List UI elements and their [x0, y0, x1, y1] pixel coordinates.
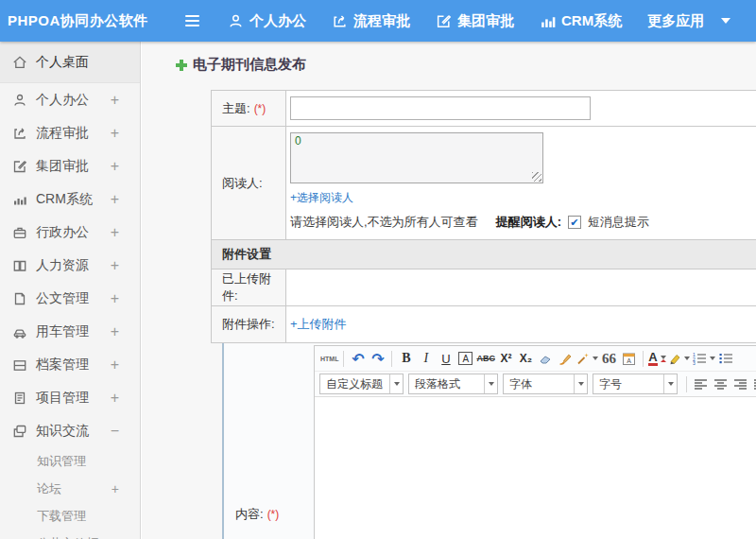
subject-label: 主题: — [222, 100, 250, 117]
collapse-minus-icon[interactable]: − — [111, 423, 119, 440]
toolbar-separator — [643, 351, 644, 367]
format-brush-button[interactable] — [557, 349, 575, 369]
expand-plus-icon[interactable]: + — [111, 92, 119, 109]
expand-plus-icon[interactable]: + — [111, 290, 119, 307]
sidebar-item-label: 项目管理 — [36, 390, 89, 407]
nav-personal-office[interactable]: 个人办公 — [228, 12, 306, 30]
expand-plus-icon[interactable]: + — [111, 257, 119, 274]
nav-more-apps[interactable]: 更多应用 — [647, 12, 730, 30]
sidebar-item-archives[interactable]: 档案管理 + — [0, 348, 140, 381]
main-content: 电子期刊信息发布 主题: (*) 阅读人: 0 +选择阅读人 — [142, 42, 756, 539]
sidebar-subitem-forum[interactable]: 论坛 + — [0, 475, 140, 502]
nav-label: 流程审批 — [353, 12, 410, 30]
sidebar-item-vehicles[interactable]: 用车管理 + — [0, 315, 140, 348]
font-style-button[interactable]: A — [456, 349, 474, 369]
sms-label: 短消息提示 — [588, 214, 649, 231]
underline-button[interactable]: U — [437, 349, 455, 369]
html-source-button[interactable]: HTML — [320, 349, 338, 369]
page-title: 电子期刊信息发布 — [193, 56, 306, 74]
expand-plus-icon[interactable]: + — [111, 125, 119, 142]
superscript-button[interactable]: X² — [497, 349, 515, 369]
eraser-button[interactable] — [537, 349, 555, 369]
sidebar-item-desktop[interactable]: 个人桌面 — [0, 42, 140, 83]
autoformat-wand-button[interactable] — [576, 349, 598, 369]
editor-content-area[interactable] — [315, 397, 756, 539]
ordered-list-icon: 123 — [692, 352, 707, 365]
caret-down-icon[interactable] — [721, 18, 730, 24]
expand-plus-icon[interactable]: + — [112, 481, 119, 496]
readers-value-cell: 0 +选择阅读人 请选择阅读人,不选为所有人可查看 提醒阅读人: ✔ 短消息提示 — [286, 127, 756, 239]
sidebar-item-crm[interactable]: CRM系统 + — [0, 183, 140, 216]
nav-group-approval[interactable]: 集团审批 — [436, 12, 514, 30]
sidebar-item-label: 个人桌面 — [36, 54, 89, 71]
sidebar-subitem-label: 公共文件柜 — [37, 535, 98, 539]
sidebar-item-knowledge[interactable]: 知识交流 − — [0, 414, 140, 447]
unordered-list-button[interactable] — [717, 349, 735, 369]
nav-crm-system[interactable]: CRM系统 — [540, 12, 622, 30]
resize-grip-icon[interactable] — [532, 172, 541, 182]
upload-attachment-link[interactable]: +上传附件 — [290, 316, 347, 333]
paragraph-format-select[interactable]: 段落格式 — [408, 374, 498, 394]
sidebar-subitem-knowledge-mgmt[interactable]: 知识管理 — [0, 447, 140, 475]
undo-button[interactable]: ↶ — [349, 349, 367, 369]
align-left-icon — [694, 378, 708, 391]
book-icon — [12, 258, 27, 273]
expand-plus-icon[interactable]: + — [111, 224, 119, 241]
required-mark: (*) — [254, 102, 266, 115]
subject-label-cell: 主题: (*) — [212, 91, 286, 126]
bold-button[interactable]: B — [397, 349, 415, 369]
sidebar-item-label: 人力资源 — [36, 257, 89, 274]
sidebar-item-personal-office[interactable]: 个人办公 + — [0, 83, 140, 116]
align-left-button[interactable] — [692, 374, 710, 394]
sidebar-item-admin-office[interactable]: 行政办公 + — [0, 216, 140, 249]
sidebar-item-group-approval[interactable]: 集团审批 + — [0, 149, 140, 183]
page-title-row: 电子期刊信息发布 — [175, 56, 756, 74]
highlight-color-button[interactable] — [668, 349, 690, 369]
caret-down-icon — [663, 374, 677, 393]
sms-checkbox[interactable]: ✔ — [568, 216, 581, 229]
svg-text:A: A — [627, 357, 631, 364]
sidebar-item-hr[interactable]: 人力资源 + — [0, 249, 140, 282]
expand-plus-icon[interactable]: + — [111, 158, 119, 175]
sidebar-item-label: 行政办公 — [36, 224, 89, 241]
expand-plus-icon[interactable]: + — [111, 191, 119, 208]
italic-button[interactable]: I — [417, 349, 435, 369]
hamburger-menu-icon[interactable] — [185, 15, 199, 26]
align-right-button[interactable] — [731, 374, 749, 394]
select-readers-link[interactable]: +选择阅读人 — [290, 190, 353, 206]
caret-down-icon — [593, 356, 598, 360]
insert-table-button[interactable]: A — [620, 349, 638, 369]
select-label: 字体 — [504, 376, 574, 392]
sidebar-item-process-approval[interactable]: 流程审批 + — [0, 116, 140, 149]
toolbar-separator — [391, 351, 392, 367]
sidebar-item-documents[interactable]: 公文管理 + — [0, 282, 140, 315]
subscript-button[interactable]: X₂ — [517, 349, 535, 369]
expand-plus-icon[interactable]: + — [111, 390, 119, 407]
font-size-select[interactable]: 字号 — [593, 374, 678, 394]
expand-plus-icon[interactable]: + — [111, 356, 119, 374]
readers-hint: 请选择阅读人,不选为所有人可查看 — [290, 214, 478, 231]
sidebar: 个人桌面 个人办公 + 流程审批 + 集团审批 + CRM系统 + 行政办公 + — [0, 42, 141, 539]
sidebar-item-label: 集团审批 — [36, 158, 89, 175]
process-icon — [12, 126, 27, 141]
subject-input[interactable] — [290, 96, 591, 120]
nav-process-approval[interactable]: 流程审批 — [332, 12, 410, 30]
ordered-list-button[interactable]: 123 — [692, 349, 715, 369]
sidebar-item-projects[interactable]: 项目管理 + — [0, 381, 140, 414]
custom-heading-select[interactable]: 自定义标题 — [319, 374, 404, 394]
blockquote-button[interactable]: 66 — [600, 349, 618, 369]
readers-textarea[interactable]: 0 — [290, 132, 543, 183]
expand-plus-icon[interactable]: + — [111, 323, 119, 340]
redo-button[interactable]: ↷ — [369, 349, 387, 369]
bullet-list-icon — [718, 352, 733, 365]
align-center-button[interactable] — [712, 374, 730, 394]
nav-label: 更多应用 — [647, 12, 704, 30]
select-label: 自定义标题 — [320, 376, 389, 392]
sidebar-subitem-downloads[interactable]: 下载管理 — [0, 502, 140, 530]
justify-button[interactable] — [751, 374, 756, 394]
font-family-select[interactable]: 字体 — [503, 374, 588, 394]
font-color-button[interactable]: A — [648, 349, 666, 369]
sidebar-subitem-public-files[interactable]: 公共文件柜 — [0, 530, 140, 539]
strikethrough-button[interactable]: ABC — [476, 349, 495, 369]
readers-count: 0 — [295, 134, 301, 148]
